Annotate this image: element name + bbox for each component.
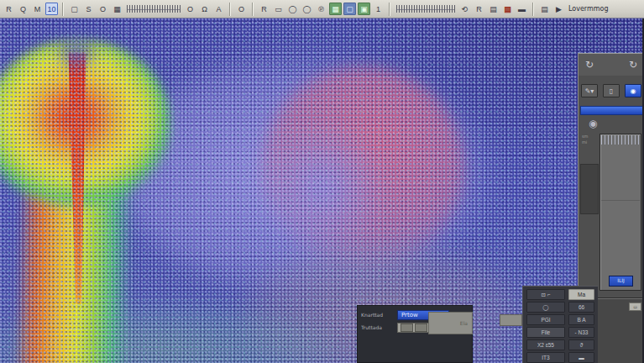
side-sub-panel	[580, 164, 599, 214]
refresh-icon[interactable]: ↻	[585, 59, 594, 71]
toolbar-icon[interactable]: O	[184, 3, 196, 15]
toolbar-icon[interactable]: Ω	[198, 3, 211, 15]
list-divider	[601, 200, 640, 201]
dial-icon[interactable]: ◉	[589, 118, 597, 129]
toolbar-icon[interactable]: ▦	[329, 3, 342, 15]
layer-list[interactable]: ILIJ	[599, 134, 641, 291]
parameter-label: Truttada	[361, 324, 395, 330]
right-panel: ↻ ↻ ✎▾ ▯ ◉ ◉ sm mi ILIJ	[578, 53, 644, 298]
toolbox-button[interactable]: X2 ɛ55	[526, 339, 565, 350]
segment-button[interactable]	[415, 324, 427, 332]
toolbar-icon[interactable]: M	[31, 3, 44, 15]
toolbox-button[interactable]: - N33	[568, 327, 594, 338]
toolbox-row: ⊡ ⌐Ma	[526, 289, 594, 300]
toolbar: RQM10▢SO▦OΩAOR▭◯◯℗▦▢▣1⟲R▤▤▬▤▶Lovermmog	[0, 0, 644, 18]
flyout-tab[interactable]: Ela	[428, 312, 473, 334]
toolbox-row: File- N33	[526, 327, 594, 338]
toolbar-icon[interactable]: ▤	[501, 3, 514, 15]
toolbar-icon[interactable]: 1	[372, 3, 385, 15]
toolbar-icon[interactable]: O	[235, 3, 248, 15]
toolbar-separator	[62, 3, 64, 16]
toolbox-button[interactable]: ▬	[568, 352, 594, 363]
toolbar-icon[interactable]: S	[82, 3, 95, 15]
edit-tool-button[interactable]: ✎▾	[581, 84, 598, 97]
toolbar-ruler-texture	[127, 5, 181, 13]
side-item[interactable]: sm	[580, 134, 598, 139]
toolbar-icon[interactable]: ▬	[516, 3, 528, 15]
toolbar-icon[interactable]: ▤	[487, 3, 500, 15]
frame-tool-button[interactable]: ▯	[603, 84, 620, 97]
list-header[interactable]	[601, 135, 640, 145]
toolbox-button[interactable]: ⊡ ⌐	[526, 289, 565, 300]
toolbar-icon[interactable]: ▭	[272, 3, 285, 15]
toolbar-separator	[532, 3, 534, 16]
toolbox-button[interactable]: B A	[568, 314, 594, 325]
toolbar-icon[interactable]: ◯	[301, 3, 313, 15]
toolbar-icon[interactable]: ℗	[315, 3, 327, 15]
toolbox-panel: ⊡ ⌐Ma◯66PGIB AFile- N33X2 ɛ55ϑIT3▬	[522, 286, 598, 363]
toolbox-row: PGIB A	[526, 314, 594, 325]
toolbox-button[interactable]: Ma	[568, 289, 594, 300]
toolbar-icon[interactable]: Q	[17, 3, 29, 15]
panel-header-strip: ↻ ↻	[579, 54, 644, 76]
toolbar-icon[interactable]: O	[97, 3, 109, 15]
toolbox-button[interactable]: 66	[568, 302, 594, 313]
toolbar-icon[interactable]: R	[473, 3, 485, 15]
toolbox-row: ◯66	[526, 302, 594, 313]
toolbox-rows: ⊡ ⌐Ma◯66PGIB AFile- N33X2 ɛ55ϑIT3▬	[526, 289, 594, 363]
toolbox-button[interactable]: ◯	[526, 302, 565, 313]
toolbox-row: X2 ɛ55ϑ	[526, 339, 594, 350]
active-tool-button[interactable]: ◉	[625, 84, 641, 97]
toolbox-button[interactable]: IT3	[526, 352, 565, 363]
toolbar-icon[interactable]: ◯	[286, 3, 299, 15]
toolbar-icon[interactable]: R	[3, 3, 15, 15]
toolbar-icon[interactable]: A	[212, 3, 225, 15]
panel-button-row: ✎▾ ▯ ◉	[581, 84, 642, 98]
toolbox-row: IT3▬	[526, 352, 594, 363]
toolbar-separator	[229, 3, 231, 16]
toolbar-right-label: Lovermmog	[568, 5, 609, 13]
toolbar-icon[interactable]: ▢	[343, 3, 356, 15]
panel-progress-bar	[580, 106, 644, 115]
toolbar-ruler-texture	[396, 5, 455, 13]
toolbar-separator	[389, 3, 390, 16]
panel-side-column: sm mi	[580, 134, 598, 291]
toolbar-icon[interactable]: ▦	[111, 3, 123, 15]
floating-mini-button[interactable]	[500, 314, 522, 326]
parameter-label: Knarttad	[361, 312, 395, 318]
toolbar-icon[interactable]: ▣	[358, 3, 370, 15]
selected-list-item[interactable]: ILIJ	[609, 276, 633, 287]
side-item[interactable]: mi	[580, 139, 598, 145]
mini-panel-button[interactable]: ▭	[629, 302, 641, 311]
toolbox-button[interactable]: File	[526, 327, 565, 338]
refresh-icon[interactable]: ↻	[629, 59, 637, 71]
application-window: RQM10▢SO▦OΩAOR▭◯◯℗▦▢▣1⟲R▤▤▬▤▶Lovermmog ↻…	[0, 0, 644, 363]
toolbar-separator	[252, 3, 254, 16]
toolbar-icon[interactable]: ▤	[538, 3, 551, 15]
segment-button[interactable]	[401, 324, 413, 332]
toolbox-button[interactable]: PGI	[526, 314, 565, 325]
toolbar-icon[interactable]: R	[258, 3, 270, 15]
toolbar-icon[interactable]: 10	[45, 3, 58, 15]
toolbar-icon[interactable]: ▶	[552, 3, 565, 15]
flyout-tab-label: Ela	[460, 320, 468, 326]
toolbox-button[interactable]: ϑ	[568, 339, 594, 350]
toolbar-icon[interactable]: ▢	[68, 3, 81, 15]
toolbar-icon[interactable]: ⟲	[458, 3, 471, 15]
